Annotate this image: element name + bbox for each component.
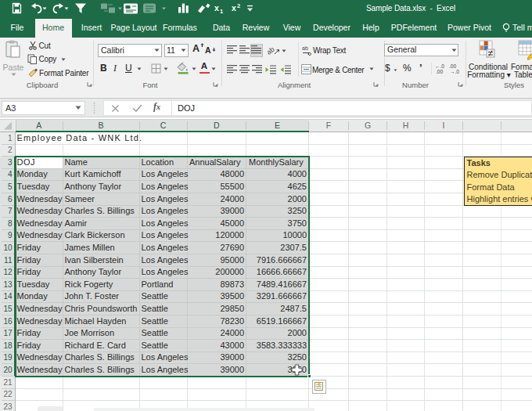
svg-text:x: x xyxy=(214,3,219,13)
svg-text:2: 2 xyxy=(237,2,240,9)
svg-text:ab: ab xyxy=(268,45,276,56)
svg-text:ab: ab xyxy=(302,45,308,51)
svg-text:x: x xyxy=(232,3,236,13)
svg-text:.00: .00 xyxy=(449,63,456,69)
svg-text:.00: .00 xyxy=(436,69,443,74)
svg-text:→.0: →.0 xyxy=(450,69,459,74)
svg-text:1: 1 xyxy=(220,8,223,15)
svg-text:←.0: ←.0 xyxy=(435,63,444,69)
